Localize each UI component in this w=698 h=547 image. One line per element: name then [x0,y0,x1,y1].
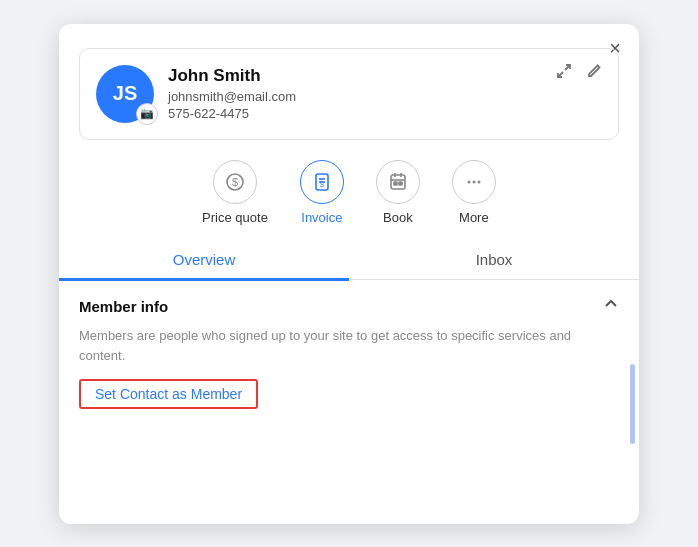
edit-icon[interactable] [584,61,604,84]
invoice-icon: $ [300,160,344,204]
svg-text:$: $ [232,176,238,188]
tab-overview[interactable]: Overview [59,241,349,281]
member-info-title: Member info [79,298,168,315]
contact-name: John Smith [168,66,602,86]
modal: × JS 📷 John Smith johnsmith@email.com 57… [59,24,639,524]
expand-icon[interactable] [554,61,574,84]
book-label: Book [383,210,413,225]
contact-email: johnsmith@email.com [168,89,602,104]
svg-point-14 [467,180,470,183]
contact-phone: 575-622-4475 [168,106,602,121]
card-actions [554,61,604,84]
book-icon [376,160,420,204]
svg-rect-12 [394,182,397,185]
chevron-up-icon[interactable] [603,296,619,316]
svg-rect-8 [391,175,405,189]
more-label: More [459,210,489,225]
contact-info: John Smith johnsmith@email.com 575-622-4… [168,66,602,121]
more-icon [452,160,496,204]
member-description: Members are people who signed up to your… [79,326,619,365]
avatar: JS 📷 [96,65,154,123]
set-contact-as-member-button[interactable]: Set Contact as Member [79,379,258,409]
scroll-track [630,364,635,444]
svg-text:$: $ [320,181,324,188]
action-buttons-row: $ Price quote $ Invoice [59,140,639,237]
action-price-quote[interactable]: $ Price quote [202,160,268,225]
tabs-bar: Overview Inbox [59,241,639,281]
invoice-label: Invoice [301,210,342,225]
content-area: Member info Members are people who signe… [59,280,639,409]
camera-icon[interactable]: 📷 [136,103,158,125]
member-info-header: Member info [79,280,619,326]
action-book[interactable]: Book [376,160,420,225]
action-more[interactable]: More [452,160,496,225]
svg-point-16 [477,180,480,183]
svg-rect-13 [399,182,402,185]
price-quote-label: Price quote [202,210,268,225]
tab-inbox[interactable]: Inbox [349,241,639,281]
svg-point-15 [472,180,475,183]
price-quote-icon: $ [213,160,257,204]
contact-card: JS 📷 John Smith johnsmith@email.com 575-… [79,48,619,140]
action-invoice[interactable]: $ Invoice [300,160,344,225]
